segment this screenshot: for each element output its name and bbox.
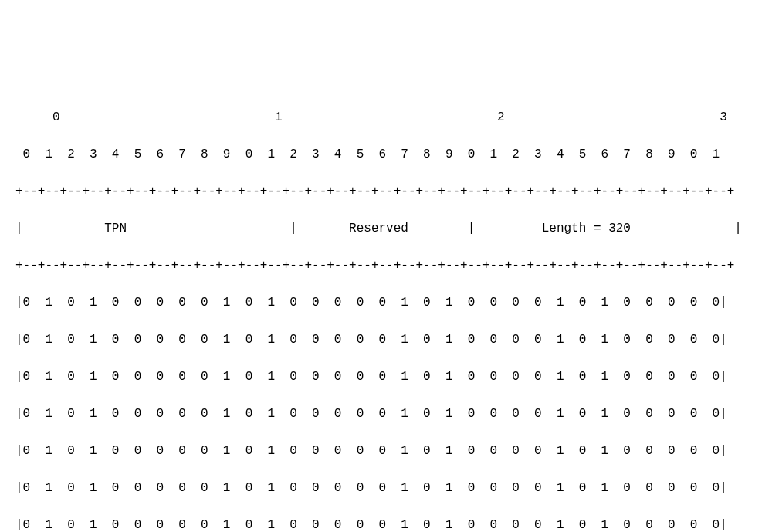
border-top: +--+--+--+--+--+--+--+--+--+--+--+--+--+… bbox=[15, 182, 742, 201]
bit-ruler-major: 0 1 2 3 bbox=[15, 108, 742, 127]
data-row: |0 1 0 1 0 0 0 0 0 1 0 1 0 0 0 0 0 1 0 1… bbox=[15, 442, 742, 460]
data-row: |0 1 0 1 0 0 0 0 0 1 0 1 0 0 0 0 0 1 0 1… bbox=[15, 479, 742, 497]
packet-diagram: 0 1 2 3 0 1 2 3 4 5 6 7 8 9 0 1 2 3 4 5 … bbox=[15, 90, 742, 532]
border-mid: +--+--+--+--+--+--+--+--+--+--+--+--+--+… bbox=[15, 256, 742, 275]
header-fields: | TPN | Reserved | Length = 320 | bbox=[15, 219, 742, 238]
data-row: |0 1 0 1 0 0 0 0 0 1 0 1 0 0 0 0 0 1 0 1… bbox=[15, 293, 742, 312]
data-row: |0 1 0 1 0 0 0 0 0 1 0 1 0 0 0 0 0 1 0 1… bbox=[15, 368, 742, 386]
data-row: |0 1 0 1 0 0 0 0 0 1 0 1 0 0 0 0 0 1 0 1… bbox=[15, 330, 742, 349]
data-row: |0 1 0 1 0 0 0 0 0 1 0 1 0 0 0 0 0 1 0 1… bbox=[15, 516, 742, 532]
bit-ruler-minor: 0 1 2 3 4 5 6 7 8 9 0 1 2 3 4 5 6 7 8 9 … bbox=[15, 145, 742, 164]
data-row: |0 1 0 1 0 0 0 0 0 1 0 1 0 0 0 0 0 1 0 1… bbox=[15, 405, 742, 423]
